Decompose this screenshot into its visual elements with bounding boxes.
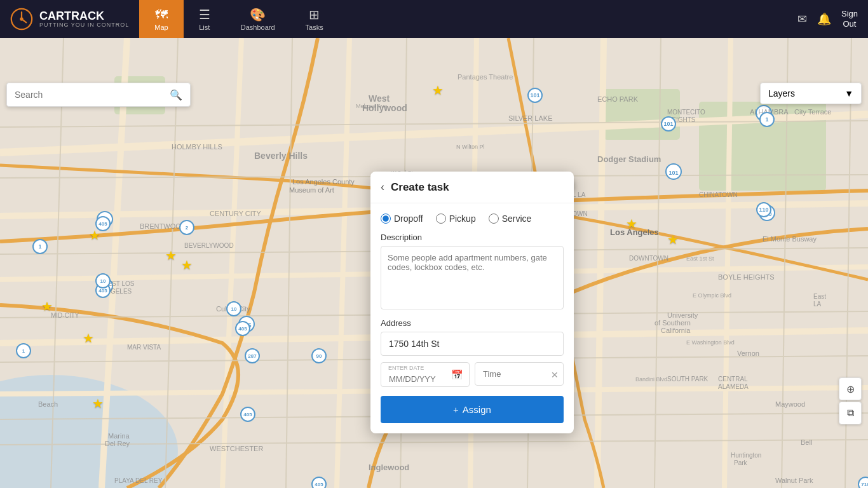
nav-item-dashboard[interactable]: 🎨 Dashboard [226, 0, 290, 38]
description-label: Description [381, 233, 564, 242]
time-clear-button[interactable]: ✕ [551, 370, 559, 380]
svg-text:University: University [667, 311, 698, 319]
map-star-5: ★ [41, 299, 53, 314]
svg-text:East 1st St: East 1st St [686, 255, 714, 262]
svg-text:California: California [661, 327, 691, 334]
highway-badge-10b: 10 [226, 301, 241, 316]
task-type-dropoff[interactable]: Dropoff [381, 214, 423, 224]
modal-title: Create task [391, 181, 449, 194]
signout-button[interactable]: Sign Out [841, 9, 858, 29]
dashboard-nav-icon: 🎨 [250, 7, 266, 22]
compass-button[interactable]: ⊕ [839, 377, 862, 400]
nav-item-tasks[interactable]: ⊞ Tasks [290, 0, 339, 38]
close-icon: ✕ [551, 370, 559, 380]
date-input[interactable] [381, 362, 470, 387]
label-service: Service [502, 214, 532, 224]
search-input[interactable] [7, 83, 162, 106]
svg-text:ALAMEDA: ALAMEDA [718, 383, 749, 390]
address-input[interactable] [381, 332, 564, 356]
nav-item-list[interactable]: ☰ List [184, 0, 226, 38]
mail-icon[interactable]: ✉ [797, 12, 807, 26]
svg-text:Dodger Stadium: Dodger Stadium [597, 154, 661, 164]
svg-line-19 [0, 121, 868, 127]
svg-text:Vernon: Vernon [737, 349, 759, 357]
description-field[interactable] [381, 246, 564, 309]
svg-text:Huntington: Huntington [731, 452, 761, 459]
list-nav-icon: ☰ [199, 7, 210, 22]
brand-tagline: PUTTING YOU IN CONTROL [39, 22, 129, 28]
assign-button[interactable]: + Assign [381, 396, 564, 423]
svg-text:Beach: Beach [38, 400, 58, 408]
svg-text:BEVERLYWOOD: BEVERLYWOOD [184, 242, 234, 249]
svg-text:MONTECITO: MONTECITO [667, 109, 705, 116]
svg-point-42 [666, 164, 681, 179]
nav-right-area: ✉ 🔔 Sign Out [797, 9, 868, 29]
svg-text:Bell: Bell [801, 438, 812, 446]
highway-badge-2: 2 [179, 220, 194, 235]
search-bar[interactable]: 🔍 [6, 83, 191, 107]
datetime-row: ENTER DATE 📅 ✕ [381, 362, 564, 387]
svg-line-18 [724, 38, 731, 488]
task-type-service[interactable]: Service [489, 214, 532, 224]
modal-back-button[interactable]: ‹ [381, 180, 384, 194]
plus-icon: + [453, 404, 459, 415]
svg-text:CHINATOWN: CHINATOWN [699, 191, 738, 198]
brand-logo-area: CARTRACK PUTTING YOU IN CONTROL [0, 8, 139, 30]
svg-text:LA: LA [813, 301, 822, 308]
highway-badge-287: 287 [245, 348, 260, 363]
radio-dropoff[interactable] [381, 214, 391, 224]
map-star-7: ★ [92, 396, 104, 411]
task-type-pickup[interactable]: Pickup [436, 214, 476, 224]
bell-icon[interactable]: 🔔 [817, 12, 831, 26]
highway-badge-101b: 101 [661, 116, 676, 132]
svg-point-1 [20, 17, 23, 20]
layers-toggle-icon: ⧉ [847, 407, 854, 419]
map-star-3: ★ [165, 248, 177, 263]
svg-text:Inglewood: Inglewood [369, 463, 409, 472]
svg-line-15 [337, 38, 349, 488]
nav-label-map: Map [154, 24, 168, 31]
address-label: Address [381, 318, 564, 328]
highway-badge-710: 710 [858, 477, 868, 488]
svg-text:ECHO PARK: ECHO PARK [597, 95, 639, 103]
search-button[interactable]: 🔍 [162, 84, 190, 106]
highway-badge-1b: 1 [32, 239, 48, 254]
back-icon: ‹ [381, 180, 384, 193]
modal-header: ‹ Create task [370, 172, 574, 203]
svg-text:of Southern: of Southern [654, 319, 691, 327]
time-field-wrap: ✕ [475, 362, 564, 387]
svg-text:BOYLE HEIGHTS: BOYLE HEIGHTS [718, 273, 775, 281]
map-area[interactable]: 405 405 405 101 101 110 1 BEL AIR HOLMBY… [0, 38, 868, 488]
highway-badge-405c: 405 [235, 321, 250, 336]
map-star-6: ★ [83, 330, 94, 346]
svg-text:WESTCHESTER: WESTCHESTER [210, 445, 263, 452]
svg-text:SILVER LAKE: SILVER LAKE [508, 114, 553, 122]
nav-label-dashboard: Dashboard [241, 24, 275, 31]
highway-badge-1: 1 [759, 112, 775, 127]
nav-item-map[interactable]: 🗺 Map [139, 0, 183, 38]
create-task-modal: ‹ Create task Dropoff Pickup Service [370, 172, 574, 433]
highway-badge-90: 90 [311, 348, 327, 363]
assign-label: Assign [463, 404, 491, 415]
tasks-nav-icon: ⊞ [309, 7, 320, 22]
highway-badge-10a: 10 [95, 273, 111, 288]
time-input[interactable] [475, 362, 564, 386]
map-star-9: ★ [667, 232, 679, 247]
highway-badge-405d: 405 [240, 407, 255, 422]
top-navigation: CARTRACK PUTTING YOU IN CONTROL 🗺 Map ☰ … [0, 0, 868, 38]
task-type-group: Dropoff Pickup Service [381, 214, 564, 224]
compass-icon: ⊕ [846, 383, 855, 395]
svg-point-3 [0, 375, 178, 488]
svg-text:HOLMBY HILLS: HOLMBY HILLS [172, 143, 222, 151]
svg-text:East: East [813, 293, 826, 300]
radio-pickup[interactable] [436, 214, 446, 224]
svg-text:El Monte Busway: El Monte Busway [763, 235, 817, 243]
map-type-button[interactable]: ⧉ [839, 402, 862, 424]
brand-name: CARTRACK [39, 10, 129, 22]
svg-line-14 [222, 38, 241, 488]
map-star-8: ★ [626, 216, 637, 231]
radio-service[interactable] [489, 214, 499, 224]
highway-badge-405e: 405 [311, 477, 327, 488]
svg-text:Hollywood: Hollywood [362, 103, 407, 113]
layers-dropdown[interactable]: Layers ▼ [760, 83, 862, 104]
